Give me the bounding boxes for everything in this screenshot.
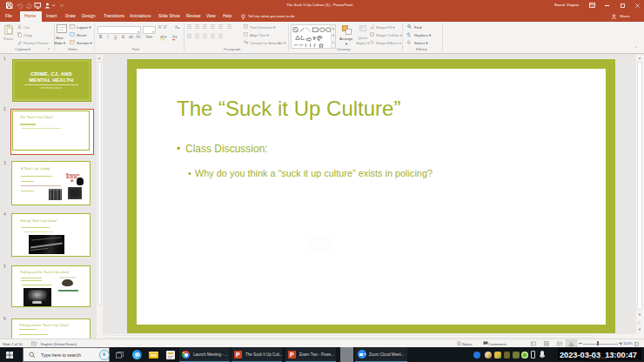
svg-text:ab: ab [406, 32, 410, 36]
